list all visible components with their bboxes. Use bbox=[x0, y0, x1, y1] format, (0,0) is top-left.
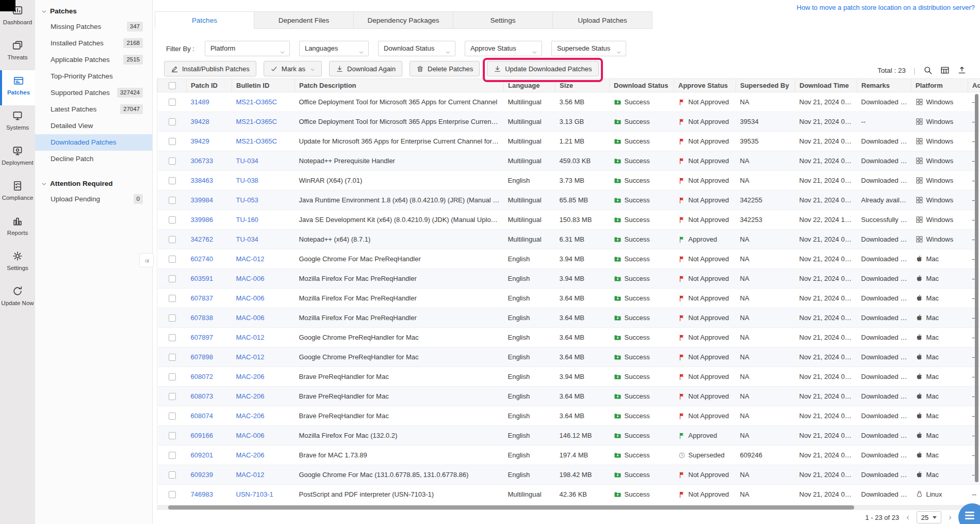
cell-patch-id[interactable]: 607898 bbox=[187, 347, 232, 367]
row-checkbox[interactable] bbox=[169, 471, 176, 479]
cell-bulletin-id[interactable]: MAC-006 bbox=[232, 426, 295, 446]
row-checkbox[interactable] bbox=[169, 157, 176, 165]
cell-bulletin-id[interactable]: TU-053 bbox=[232, 190, 295, 210]
cell-patch-id[interactable]: 746983 bbox=[187, 485, 232, 504]
cell-bulletin-id[interactable]: MAC-012 bbox=[232, 347, 295, 367]
cell-patch-id[interactable]: 607838 bbox=[187, 308, 232, 328]
tab-patches[interactable]: Patches bbox=[155, 11, 254, 29]
cell-patch-id[interactable]: 342762 bbox=[187, 230, 232, 249]
sidebar-item-downloaded-patches[interactable]: Downloaded Patches bbox=[35, 134, 152, 151]
sidebar-item-detailed-view[interactable]: Detailed View bbox=[35, 118, 152, 134]
row-checkbox[interactable] bbox=[169, 491, 176, 498]
tab-upload-patches[interactable]: Upload Patches bbox=[553, 11, 652, 29]
column-header-size[interactable]: Size bbox=[556, 79, 610, 92]
help-link[interactable]: How to move a patch store location on a … bbox=[797, 4, 975, 11]
cell-bulletin-id[interactable]: MAC-206 bbox=[232, 367, 295, 387]
filter-dropdown-approve-status[interactable]: Approve Status bbox=[465, 41, 542, 56]
cell-patch-id[interactable]: 603591 bbox=[187, 269, 232, 289]
cell-bulletin-id[interactable]: MAC-006 bbox=[232, 289, 295, 308]
column-header-platform[interactable]: Platform bbox=[911, 79, 968, 92]
cell-bulletin-id[interactable]: MAC-012 bbox=[232, 249, 295, 269]
cell-patch-id[interactable]: 609239 bbox=[187, 465, 232, 485]
row-checkbox[interactable] bbox=[169, 334, 176, 341]
column-header-superseded-by[interactable]: Superseded By bbox=[736, 79, 795, 92]
sidebar-item-missing-patches[interactable]: Missing Patches347 bbox=[35, 19, 152, 35]
row-checkbox[interactable] bbox=[169, 99, 176, 106]
export-icon[interactable] bbox=[957, 66, 967, 75]
cell-bulletin-id[interactable]: MAC-206 bbox=[232, 446, 295, 465]
row-checkbox[interactable] bbox=[169, 216, 176, 224]
cell-bulletin-id[interactable]: TU-160 bbox=[232, 210, 295, 230]
tab-settings[interactable]: Settings bbox=[453, 11, 553, 29]
cell-patch-id[interactable]: 607897 bbox=[187, 328, 232, 347]
cell-bulletin-id[interactable]: TU-038 bbox=[232, 171, 295, 190]
row-checkbox[interactable] bbox=[169, 432, 176, 439]
sidebar-item-decline-patch[interactable]: Decline Patch bbox=[35, 151, 152, 167]
row-checkbox[interactable] bbox=[169, 118, 176, 125]
previous-page-icon[interactable]: ‹ bbox=[906, 512, 909, 522]
cell-patch-id[interactable]: 39429 bbox=[187, 132, 232, 151]
column-header-language[interactable]: Language bbox=[504, 79, 556, 92]
column-header-patch-id[interactable]: Patch ID bbox=[187, 79, 232, 92]
vertical-scrollbar[interactable] bbox=[975, 94, 978, 482]
cell-bulletin-id[interactable]: TU-034 bbox=[232, 230, 295, 249]
tab-dependent-files[interactable]: Dependent Files bbox=[254, 11, 354, 29]
rail-item-settings[interactable]: Settings bbox=[0, 246, 35, 281]
search-icon[interactable] bbox=[923, 66, 933, 75]
row-checkbox[interactable] bbox=[169, 354, 176, 361]
install-publish-patches-button[interactable]: Install/Publish Patches bbox=[164, 61, 256, 76]
rail-item-systems[interactable]: Systems bbox=[0, 105, 35, 140]
cell-bulletin-id[interactable]: MAC-206 bbox=[232, 387, 295, 406]
sidebar-item-upload-pending[interactable]: Upload Pending0 bbox=[35, 191, 152, 208]
filter-dropdown-languages[interactable]: Languages bbox=[299, 41, 369, 56]
cell-bulletin-id[interactable]: MS21-O365C bbox=[232, 112, 295, 132]
sidebar-item-supported-patches[interactable]: Supported Patches327424 bbox=[35, 85, 152, 101]
row-checkbox[interactable] bbox=[169, 177, 176, 184]
cell-bulletin-id[interactable]: MAC-012 bbox=[232, 328, 295, 347]
download-again-button[interactable]: Download Again bbox=[329, 61, 402, 76]
column-header-patch-description[interactable]: Patch Description bbox=[295, 79, 504, 92]
cell-bulletin-id[interactable]: TU-034 bbox=[232, 151, 295, 171]
cell-patch-id[interactable]: 607837 bbox=[187, 289, 232, 308]
rail-item-patches[interactable]: Patches bbox=[0, 70, 35, 105]
cell-patch-id[interactable]: 609166 bbox=[187, 426, 232, 446]
sidebar-collapse-button[interactable] bbox=[139, 253, 154, 267]
cell-patch-id[interactable]: 39428 bbox=[187, 112, 232, 132]
column-header-bulletin-id[interactable]: Bulletin ID bbox=[232, 79, 295, 92]
row-checkbox[interactable] bbox=[169, 373, 176, 380]
cell-bulletin-id[interactable]: MAC-012 bbox=[232, 465, 295, 485]
cell-patch-id[interactable]: 339984 bbox=[187, 190, 232, 210]
row-checkbox[interactable] bbox=[169, 236, 176, 243]
cell-patch-id[interactable]: 306733 bbox=[187, 151, 232, 171]
tab-dependency-packages[interactable]: Dependency Packages bbox=[354, 11, 453, 29]
rail-item-update-now[interactable]: Update Now bbox=[0, 281, 35, 316]
row-checkbox[interactable] bbox=[169, 275, 176, 282]
sidebar-section-patches[interactable]: Patches bbox=[35, 3, 152, 19]
column-header-remarks[interactable]: Remarks bbox=[857, 79, 911, 92]
cell-patch-id[interactable]: 609201 bbox=[187, 446, 232, 465]
row-checkbox[interactable] bbox=[169, 197, 176, 204]
cell-patch-id[interactable]: 608074 bbox=[187, 406, 232, 426]
filter-dropdown-platform[interactable]: Platform bbox=[205, 41, 290, 56]
row-checkbox[interactable] bbox=[169, 452, 176, 459]
cell-bulletin-id[interactable]: MAC-006 bbox=[232, 269, 295, 289]
rail-item-reports[interactable]: Reports bbox=[0, 211, 35, 246]
filter-dropdown-download-status[interactable]: Download Status bbox=[378, 41, 455, 56]
next-page-icon[interactable]: › bbox=[949, 512, 952, 522]
delete-patches-button[interactable]: Delete Patches bbox=[410, 61, 480, 76]
page-size-select[interactable]: 25 bbox=[917, 511, 941, 523]
cell-patch-id[interactable]: 338463 bbox=[187, 171, 232, 190]
cell-patch-id[interactable]: 608073 bbox=[187, 387, 232, 406]
row-checkbox[interactable] bbox=[169, 295, 176, 302]
column-chooser-icon[interactable] bbox=[940, 66, 950, 75]
column-header-approve-status[interactable]: Approve Status bbox=[674, 79, 736, 92]
row-checkbox[interactable] bbox=[169, 314, 176, 322]
column-header-ac[interactable]: Ac bbox=[968, 79, 980, 92]
cell-bulletin-id[interactable]: MAC-206 bbox=[232, 406, 295, 426]
sidebar-item-applicable-patches[interactable]: Applicable Patches2515 bbox=[35, 52, 152, 68]
horizontal-scrollbar[interactable] bbox=[168, 505, 854, 510]
sidebar-item-latest-patches[interactable]: Latest Patches27047 bbox=[35, 101, 152, 118]
rail-item-threats[interactable]: Threats bbox=[0, 35, 35, 70]
sidebar-item-top-priority-patches[interactable]: Top-Priority Patches bbox=[35, 68, 152, 85]
row-checkbox[interactable] bbox=[169, 393, 176, 400]
